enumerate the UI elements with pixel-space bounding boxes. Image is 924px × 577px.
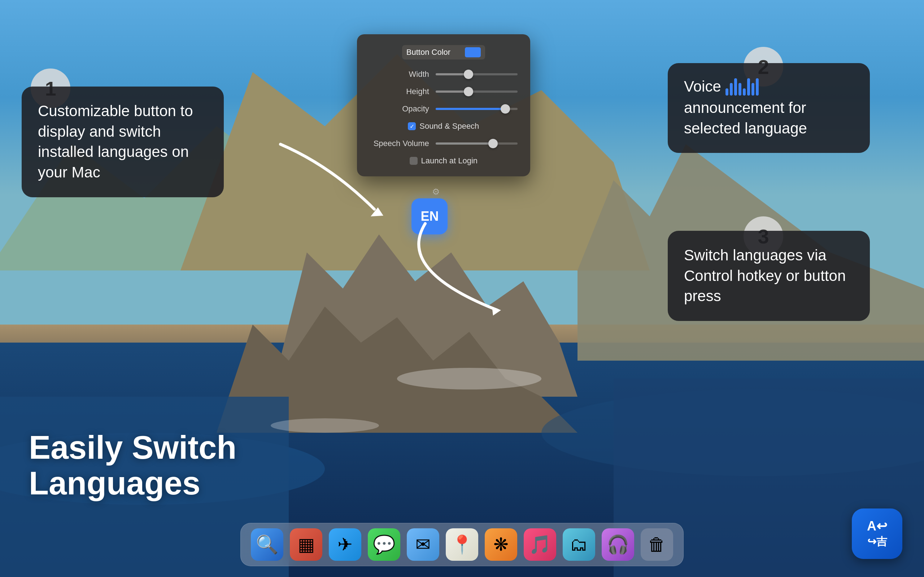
arrow-2 xyxy=(360,216,541,324)
waveform-icon xyxy=(725,77,759,95)
dock-maps[interactable]: 📍 xyxy=(446,528,478,561)
opacity-slider[interactable] xyxy=(436,108,518,110)
launch-checkbox[interactable] xyxy=(410,157,418,165)
dock-safari[interactable]: ✈ xyxy=(329,528,361,561)
dock-podcasts[interactable]: 🎧 xyxy=(602,528,634,561)
box-1-text: Customizable button to display and switc… xyxy=(38,101,208,183)
dock: 🔍 ▦ ✈ 💬 ✉ 📍 ❋ 🎵 🗂 🎧 🗑 xyxy=(241,523,683,566)
width-row: Width xyxy=(370,69,518,79)
dock-app6[interactable]: ❋ xyxy=(485,528,517,561)
checkmark-icon: ✓ xyxy=(410,123,414,130)
opacity-row: Opacity xyxy=(370,104,518,114)
dock-mail[interactable]: ✉ xyxy=(407,528,439,561)
svg-marker-14 xyxy=(492,306,501,316)
launch-label: Launch at Login xyxy=(421,156,478,166)
main-content: 1 Customizable button to display and swi… xyxy=(0,0,924,577)
height-row: Height xyxy=(370,87,518,96)
width-slider[interactable] xyxy=(436,73,518,76)
dock-files[interactable]: 🗂 xyxy=(563,528,595,561)
speech-volume-slider[interactable] xyxy=(436,142,518,145)
height-slider[interactable] xyxy=(436,90,518,93)
gear-icon: ⚙ xyxy=(432,187,440,197)
sound-speech-row: ✓ Sound & Speech xyxy=(370,121,518,131)
box-3-text: Switch languages via Control hotkey or b… xyxy=(684,245,854,306)
dock-launchpad[interactable]: ▦ xyxy=(290,528,322,561)
main-title-line1: Easily Switch xyxy=(29,430,236,466)
box-2-rest: announcement for selected language xyxy=(684,98,854,139)
dock-messages[interactable]: 💬 xyxy=(368,528,400,561)
box-2-voice: Voice xyxy=(684,78,721,95)
app-icon-bottom-right[interactable]: A↩ ↪吉 xyxy=(852,508,902,559)
button-color-row: Button Color xyxy=(370,45,518,60)
dock-finder[interactable]: 🔍 xyxy=(251,528,283,561)
info-box-2: Voice announcement for selected language xyxy=(668,63,870,153)
button-color-control[interactable]: Button Color xyxy=(402,45,485,60)
main-title-line2: Languages xyxy=(29,466,236,501)
sound-speech-label: Sound & Speech xyxy=(419,121,479,131)
info-box-3: Switch languages via Control hotkey or b… xyxy=(668,231,870,321)
dock-trash[interactable]: 🗑 xyxy=(641,528,673,561)
main-title: Easily Switch Languages xyxy=(29,430,236,501)
opacity-label: Opacity xyxy=(370,104,429,114)
width-label: Width xyxy=(370,69,429,79)
info-box-1: Customizable button to display and switc… xyxy=(22,87,224,197)
color-swatch[interactable] xyxy=(465,47,481,57)
button-color-label: Button Color xyxy=(406,48,451,57)
sound-speech-checkbox[interactable]: ✓ xyxy=(408,122,416,130)
height-label: Height xyxy=(370,87,429,96)
dock-music[interactable]: 🎵 xyxy=(524,528,556,561)
